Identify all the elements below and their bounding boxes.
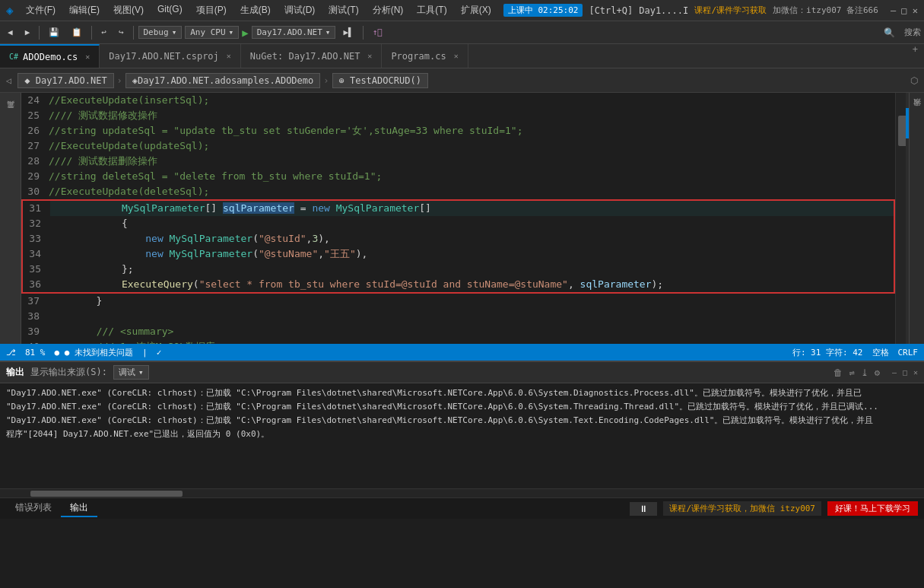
- undo-button[interactable]: ↩: [97, 26, 111, 39]
- namespace-dropdown[interactable]: ◆ Day17.ADO.NET: [17, 73, 113, 88]
- chevron-down-icon2: ▾: [229, 27, 234, 37]
- continue-button[interactable]: ▶▌: [338, 26, 357, 39]
- line-ending-label: CRLF: [898, 348, 919, 358]
- output-scrollbar[interactable]: [0, 488, 924, 497]
- tab-spacer: [468, 44, 907, 68]
- bottom-promo-text: 课程/课件学习获取，加微信 itzy007: [663, 501, 821, 516]
- window-controls[interactable]: — □ ✕: [891, 5, 918, 16]
- tab-program-close[interactable]: ✕: [454, 52, 459, 60]
- solution-explorer-label[interactable]: 解决方案资源管理器: [4, 96, 17, 102]
- tab-nuget-close[interactable]: ✕: [367, 52, 372, 60]
- tab-csproj-close[interactable]: ✕: [227, 52, 231, 60]
- word-wrap-button[interactable]: ⇌: [849, 367, 854, 378]
- sep1: [39, 26, 40, 40]
- app-logo: ◈: [6, 3, 14, 17]
- panel-maximize-icon[interactable]: □: [903, 368, 907, 377]
- tab-adodemo[interactable]: C# ADODemo.cs ✕: [0, 44, 100, 68]
- tab-bar: C# ADODemo.cs ✕ Day17.ADO.NET.csproj ✕ N…: [0, 44, 924, 68]
- menu-edit[interactable]: 编辑(E): [63, 2, 106, 18]
- output-line-3: "Day17.ADO.NET.exe" (CoreCLR: clrhost)：已…: [6, 414, 918, 427]
- search-icon[interactable]: 🔍: [884, 27, 895, 38]
- code-editor: 24 //ExecuteUpdate(insertSql); 25 //// 测…: [21, 93, 895, 344]
- output-source-value: 调试: [119, 367, 135, 378]
- menu-git[interactable]: Git(G): [151, 2, 189, 18]
- output-tab[interactable]: 输出: [61, 500, 97, 517]
- tab-adodemo-label: ADODemo.cs: [23, 52, 78, 62]
- output-settings-icon[interactable]: ⚙: [875, 367, 880, 378]
- run-button[interactable]: ▶: [242, 27, 248, 39]
- output-toolbar: 输出 显示输出来源(S): 调试 ▾ 🗑 ⇌ ⤓ ⚙ — □ ✕: [0, 362, 924, 383]
- download-button[interactable]: 好课！马上下载学习: [827, 501, 918, 516]
- project-label: Day17.ADO.NET: [257, 27, 322, 37]
- chevron-down-icon3: ▾: [325, 27, 331, 37]
- no-errors-badge: ● ● 未找到相关问题: [55, 347, 134, 358]
- output-content: "Day17.ADO.NET.exe" (CoreCLR: clrhost)：已…: [0, 383, 924, 488]
- code-line-32: 32 {: [23, 216, 894, 231]
- code-line-40: 40 /// 1、连接MySQL数据库: [21, 339, 895, 344]
- scroll-track: [906, 93, 909, 344]
- code-line-33: 33 new MySqlParameter("@stuId",3),: [23, 231, 894, 246]
- menu-view[interactable]: 视图(V): [107, 2, 150, 18]
- redo-button[interactable]: ↪: [114, 26, 129, 39]
- title-bar-left: ◈ 文件(F) 编辑(E) 视图(V) Git(G) 项目(P) 生成(B) 调…: [6, 2, 497, 18]
- live-share-button[interactable]: ↑⃝: [368, 26, 387, 39]
- debug-config-dropdown[interactable]: Debug ▾: [138, 26, 183, 39]
- menu-analyze[interactable]: 分析(N): [367, 2, 410, 18]
- cpu-label: Any CPU: [190, 27, 225, 37]
- output-scrollbar-thumb[interactable]: [30, 491, 183, 497]
- menu-tools[interactable]: 工具(T): [411, 2, 452, 18]
- activity-bar: 解决方案资源管理器 工具箱: [0, 93, 21, 344]
- errors-tab[interactable]: 错误列表: [6, 500, 61, 517]
- bottom-tab-bar: 错误列表 输出 ⏸ 课程/课件学习获取，加微信 itzy007 好课！马上下载学…: [0, 497, 924, 519]
- panel-close-icon[interactable]: ✕: [913, 368, 918, 377]
- lock-scroll-button[interactable]: ⤓: [861, 367, 868, 378]
- forward-button[interactable]: ▶: [21, 26, 35, 39]
- tab-csproj[interactable]: Day17.ADO.NET.csproj ✕: [100, 44, 241, 68]
- code-line-26: 26 //string updateSql = "update tb_stu s…: [21, 123, 895, 138]
- debug-config-label: Debug: [144, 27, 169, 37]
- title-center: 上课中 02:25:02 [Ctrl+Q] Day1....I: [503, 4, 688, 17]
- scrollbar[interactable]: [895, 93, 909, 344]
- tab-add-button[interactable]: +: [907, 44, 924, 68]
- cpu-dropdown[interactable]: Any CPU ▾: [185, 26, 239, 39]
- right-sidebar-toggle[interactable]: ▷: [914, 96, 919, 106]
- chevron-down-icon: ▾: [172, 27, 177, 37]
- output-title: 输出: [6, 366, 24, 379]
- promo-pause-button[interactable]: ⏸: [630, 502, 657, 516]
- left-sidebar-toggle[interactable]: ◁: [6, 75, 11, 86]
- output-panel: 输出 显示输出来源(S): 调试 ▾ 🗑 ⇌ ⤓ ⚙ — □ ✕ "Day17.…: [0, 361, 924, 497]
- expand-icon[interactable]: ⬡: [910, 75, 918, 86]
- project-dropdown[interactable]: Day17.ADO.NET ▾: [252, 26, 336, 39]
- promo-text: 课程/课件学习获取: [694, 5, 767, 16]
- path-arrow2: ›: [323, 75, 329, 86]
- tab-adodemo-close[interactable]: ✕: [85, 52, 90, 61]
- menu-file[interactable]: 文件(F): [20, 2, 62, 18]
- menu-debug[interactable]: 调试(D): [278, 2, 322, 18]
- title-bar: ◈ 文件(F) 编辑(E) 视图(V) Git(G) 项目(P) 生成(B) 调…: [0, 0, 924, 21]
- code-line-29: 29 //string deleteSql = "delete from tb_…: [21, 169, 895, 184]
- panel-minimize-icon[interactable]: —: [892, 368, 897, 377]
- sep2: [91, 26, 92, 40]
- code-line-37: 37 }: [21, 294, 895, 309]
- green-circle-icon: ●: [55, 348, 60, 358]
- code-line-30: 30 //ExecuteUpdate(deleteSql);: [21, 184, 895, 199]
- class-dropdown[interactable]: ◈Day17.ADO.NET.adosamples.ADODemo: [125, 73, 320, 88]
- tab-program[interactable]: Program.cs ✕: [382, 44, 468, 68]
- menu-build[interactable]: 生成(B): [234, 2, 277, 18]
- path-bar: ◁ ◆ Day17.ADO.NET › ◈Day17.ADO.NET.adosa…: [0, 68, 924, 93]
- save-button[interactable]: 💾: [44, 26, 64, 39]
- clear-output-button[interactable]: 🗑: [834, 367, 843, 378]
- method-dropdown[interactable]: ⊕ TestADOCRUD(): [332, 73, 428, 88]
- save-all-button[interactable]: 📋: [67, 26, 87, 39]
- title-right: 课程/课件学习获取 加微信：itzy007 备注666 — □ ✕: [694, 5, 918, 16]
- menu-test[interactable]: 测试(T): [322, 2, 364, 18]
- cursor-position: 行: 31 字符: 42: [792, 347, 863, 358]
- status-message: ● 未找到相关问题: [65, 348, 133, 358]
- back-button[interactable]: ◀: [3, 26, 17, 39]
- toolbox-label[interactable]: 工具箱: [4, 111, 17, 117]
- output-source-dropdown[interactable]: 调试 ▾: [113, 365, 149, 380]
- code-line-35: 35 };: [23, 262, 894, 277]
- menu-extensions[interactable]: 扩展(X): [455, 2, 497, 18]
- tab-nuget[interactable]: NuGet: Day17.ADO.NET ✕: [241, 44, 383, 68]
- menu-project[interactable]: 项目(P): [190, 2, 233, 18]
